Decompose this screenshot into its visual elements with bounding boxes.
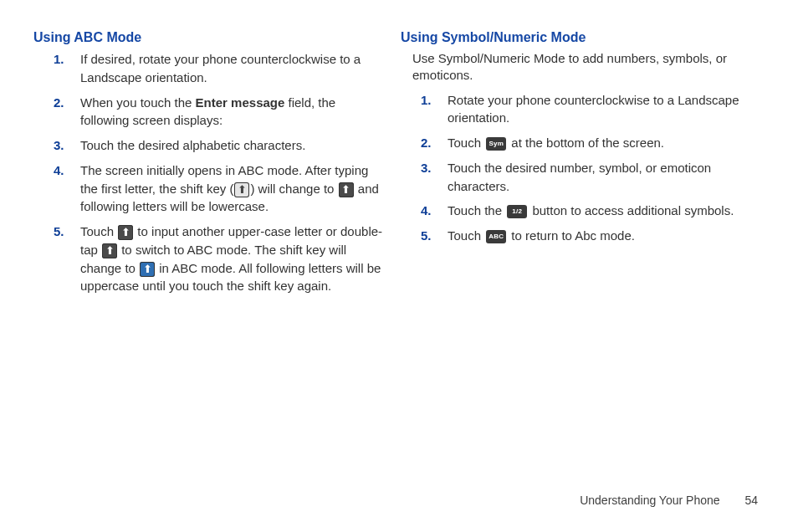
page-body: Using ABC Mode 1.If desired, rotate your… [0, 0, 798, 502]
list-item: 1.If desired, rotate your phone counterc… [64, 50, 384, 87]
abc-mode-list: 1.If desired, rotate your phone counterc… [64, 50, 384, 295]
shift-key-dark-icon: ⬆ [118, 225, 133, 240]
list-item-number: 2. [421, 134, 432, 152]
list-item: 1.Rotate your phone counterclockwise to … [431, 91, 765, 128]
list-item-text: When you touch the Enter message field, … [80, 95, 335, 128]
list-item: 3.Touch the desired alphabetic character… [64, 136, 384, 155]
list-item-text: The screen initially opens in ABC mode. … [80, 163, 379, 214]
list-item-text: Touch Sym at the bottom of the screen. [448, 136, 664, 150]
list-item-number: 4. [54, 161, 64, 180]
list-item-number: 3. [421, 159, 432, 177]
shift-key-blue-icon: ⬆ [140, 262, 155, 277]
shift-key-dark-icon: ⬆ [102, 243, 117, 258]
list-item-number: 4. [421, 202, 432, 220]
list-item-number: 3. [54, 136, 64, 155]
list-item: 4.The screen initially opens in ABC mode… [64, 161, 384, 216]
list-item: 2.Touch Sym at the bottom of the screen. [431, 134, 765, 152]
list-item-text: Touch the desired number, symbol, or emo… [448, 161, 711, 193]
shift-key-dark-icon: ⬆ [339, 182, 354, 197]
list-item-number: 1. [421, 91, 432, 110]
heading-symbol-mode: Using Symbol/Numeric Mode [401, 30, 765, 45]
list-item-text: Touch the 1/2 button to access additiona… [448, 203, 734, 217]
abc-key-icon: ABC [486, 230, 506, 243]
list-item: 3.Touch the desired number, symbol, or e… [431, 159, 765, 196]
list-item: 5.Touch ABC to return to Abc mode. [431, 227, 765, 245]
list-item-number: 5. [54, 223, 64, 241]
list-item-number: 1. [54, 50, 64, 69]
list-item: 2.When you touch the Enter message field… [64, 94, 384, 130]
list-item-number: 5. [421, 227, 432, 245]
list-item: 4.Touch the 1/2 button to access additio… [431, 202, 765, 220]
list-item: 5.Touch ⬆ to input another upper-case le… [64, 223, 384, 295]
list-item-text: Rotate your phone counterclockwise to a … [448, 93, 739, 125]
symbol-mode-list: 1.Rotate your phone counterclockwise to … [431, 91, 765, 245]
shift-key-light-icon: ⬆ [234, 182, 249, 197]
list-item-number: 2. [54, 94, 64, 112]
list-item-text: If desired, rotate your phone counterclo… [80, 52, 361, 84]
page-1-2-key-icon: 1/2 [507, 205, 527, 218]
list-item-text: Touch ⬆ to input another upper-case lett… [80, 224, 382, 293]
sym-key-icon: Sym [486, 137, 506, 151]
page-footer: Understanding Your Phone 54 [0, 494, 798, 507]
list-item-text: Touch ABC to return to Abc mode. [448, 228, 635, 243]
footer-page-number: 54 [744, 494, 758, 507]
heading-abc-mode: Using ABC Mode [33, 30, 384, 45]
right-column: Using Symbol/Numeric Mode Use Symbol/Num… [399, 30, 765, 502]
footer-section-title: Understanding Your Phone [580, 494, 719, 507]
list-item-text: Touch the desired alphabetic characters. [80, 138, 305, 152]
symbol-mode-intro: Use Symbol/Numeric Mode to add numbers, … [412, 50, 765, 84]
left-column: Using ABC Mode 1.If desired, rotate your… [33, 30, 399, 502]
